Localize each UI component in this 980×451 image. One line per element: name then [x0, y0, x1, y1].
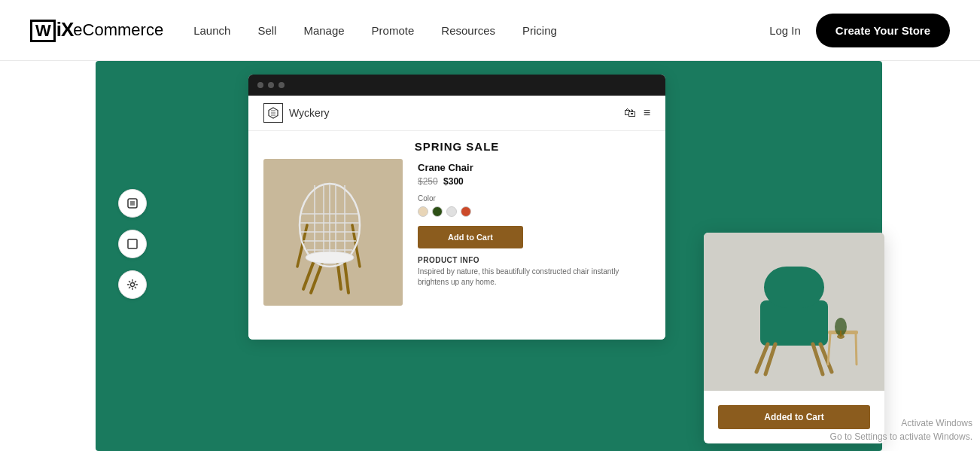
- color-label: Color: [418, 194, 650, 203]
- nav-link-resources[interactable]: Resources: [441, 24, 495, 37]
- store-brand-name: Wyckery: [289, 107, 330, 119]
- product-image: [263, 159, 403, 306]
- product-prices: $250 $300: [418, 176, 650, 187]
- main-content: Wyckery 🛍 ≡ SPRING SALE: [0, 61, 980, 451]
- ecommerce-logo-text: eCommerce: [73, 20, 163, 40]
- nav-link-manage[interactable]: Manage: [303, 24, 344, 37]
- color-swatch-3[interactable]: [446, 206, 457, 217]
- svg-rect-29: [764, 267, 824, 308]
- product-info-text: Inspired by nature, this beautifully con…: [418, 267, 650, 288]
- logo: WiX eCommerce: [30, 18, 163, 42]
- product-info-title: PRODUCT INFO: [418, 256, 650, 264]
- wix-logo: WiX: [30, 18, 73, 42]
- browser-content: Wyckery 🛍 ≡ SPRING SALE: [248, 96, 665, 340]
- store-logo-icon: [263, 103, 283, 123]
- price-new: $300: [443, 176, 464, 187]
- nav-link-promote[interactable]: Promote: [372, 24, 415, 37]
- create-store-button[interactable]: Create Your Store: [816, 14, 950, 47]
- floating-product-card: Added to Cart: [704, 233, 884, 443]
- product-info: Crane Chair $250 $300 Color Add to Cart: [418, 159, 650, 306]
- editor-icon-settings[interactable]: [118, 270, 147, 299]
- svg-point-39: [837, 334, 845, 339]
- svg-point-27: [131, 283, 135, 287]
- color-swatch-1[interactable]: [418, 206, 428, 217]
- browser-dot-3: [278, 82, 285, 88]
- browser-mockup: Wyckery 🛍 ≡ SPRING SALE: [248, 75, 665, 340]
- sale-title: SPRING SALE: [248, 131, 665, 159]
- svg-rect-26: [128, 239, 137, 248]
- wix-bracket-icon: W: [30, 20, 56, 42]
- editor-icon-layout[interactable]: [118, 230, 147, 258]
- navbar: WiX eCommerce Launch Sell Manage Promote…: [0, 0, 980, 61]
- nav-links: Launch Sell Manage Promote Resources Pri…: [193, 24, 769, 37]
- color-swatch-2[interactable]: [432, 206, 443, 217]
- product-name: Crane Chair: [418, 162, 650, 173]
- product-area: Crane Chair $250 $300 Color Add to Cart: [248, 159, 665, 306]
- nav-link-launch[interactable]: Launch: [193, 24, 230, 37]
- svg-line-35: [828, 334, 830, 364]
- product-info-section: PRODUCT INFO Inspired by nature, this be…: [418, 256, 650, 288]
- svg-line-7: [345, 263, 348, 293]
- add-to-cart-button[interactable]: Add to Cart: [418, 226, 523, 248]
- svg-point-21: [306, 251, 354, 264]
- svg-line-36: [856, 334, 857, 364]
- browser-dot-2: [268, 82, 274, 88]
- editor-icons: [118, 189, 147, 299]
- browser-dot-1: [257, 82, 263, 88]
- activate-windows-watermark: Activate Windows Go to Settings to activ…: [830, 416, 972, 443]
- store-header: Wyckery 🛍 ≡: [248, 96, 665, 131]
- store-header-icons: 🛍 ≡: [624, 106, 650, 120]
- color-swatch-4[interactable]: [461, 206, 471, 217]
- login-button[interactable]: Log In: [769, 24, 801, 37]
- cart-icon: 🛍: [624, 106, 636, 120]
- floating-card-image: [704, 233, 884, 391]
- nav-link-pricing[interactable]: Pricing: [522, 24, 557, 37]
- store-logo-area: Wyckery: [263, 103, 330, 123]
- activate-windows-line2: Go to Settings to activate Windows.: [830, 430, 972, 443]
- nav-link-sell[interactable]: Sell: [257, 24, 276, 37]
- editor-icon-list[interactable]: [118, 189, 147, 218]
- browser-bar: [248, 75, 665, 96]
- nav-right: Log In Create Your Store: [769, 14, 950, 47]
- product-colors: [418, 206, 650, 217]
- price-old: $250: [418, 176, 438, 187]
- menu-icon: ≡: [644, 106, 650, 120]
- activate-windows-line1: Activate Windows: [830, 416, 972, 430]
